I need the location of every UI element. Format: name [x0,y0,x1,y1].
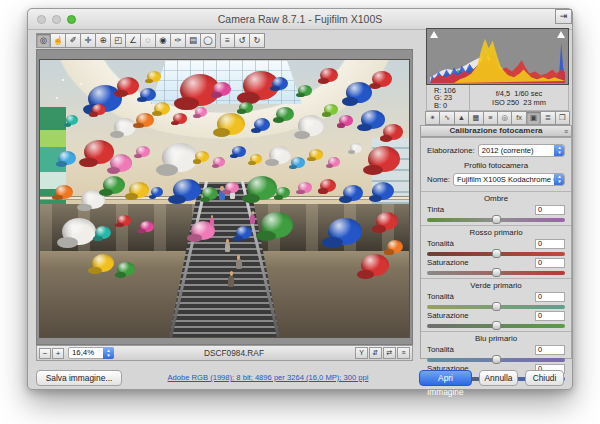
stepper-icon: ▲▼ [554,144,565,157]
balloon-snail [361,254,389,276]
slider-track[interactable] [427,358,565,362]
b-value: 0 [443,101,447,110]
balloon-snail [92,104,106,115]
slider-track[interactable] [427,305,565,309]
balloon-snail [195,151,209,162]
window-title: Camera Raw 8.7.1 - Fujifilm X100S [28,13,572,25]
spot-removal-tool-icon[interactable]: ◌ [141,33,156,48]
tab-detail[interactable]: ▲ [455,111,469,125]
slider-track[interactable] [427,218,565,222]
rotate-left-tool-icon[interactable]: ↺ [235,33,250,48]
balloon-snail [195,107,207,117]
hand-tool-icon[interactable]: ☝ [51,33,66,48]
slider-handle[interactable] [492,215,501,224]
calibration-groups: OmbreTinta0Rosso primarioTonalità0Satura… [427,188,565,382]
balloon-snail [272,77,288,90]
slider-value-input[interactable]: 0 [535,311,565,321]
tab-basic[interactable]: ✴ [425,111,440,125]
balloon-snail [173,113,187,124]
slider-track[interactable] [427,271,565,275]
slider-label: Saturazione [427,258,469,267]
targeted-adjustment-tool-icon[interactable]: ⊕ [96,33,111,48]
stepper-icon: ▲▼ [554,173,565,186]
save-image-button[interactable]: Salva immagine... [36,370,122,386]
title-bar[interactable]: Camera Raw 8.7.1 - Fujifilm X100S [28,9,572,30]
preview-preferences-icon[interactable]: ≡ [397,347,410,359]
aperture-value: f/4,5 [496,89,510,98]
cancel-button[interactable]: Annulla [479,370,518,386]
slider-label: Tonalità [427,345,454,354]
swap-settings-icon[interactable]: ⇵ [369,347,382,359]
photo-preview[interactable] [40,60,409,337]
balloon-snail [95,226,111,239]
slider-handle[interactable] [492,249,501,258]
slider-handle[interactable] [492,268,501,277]
divider [421,225,571,226]
balloon-snail [276,107,294,121]
stepper-icon: ▲▼ [103,347,114,359]
balloon-snail [117,77,139,95]
radial-filter-tool-icon[interactable]: ◯ [201,33,216,48]
color-sampler-tool-icon[interactable]: ✛ [81,33,96,48]
balloon-snail [328,157,340,167]
group-title: Rosso primario [427,228,565,237]
balloon-snail [136,146,150,157]
group-title: Blu primario [427,334,565,343]
tab-hsl-grayscale[interactable]: ▦ [469,111,483,125]
preview-mode-icon[interactable]: Y [355,347,368,359]
red-eye-tool-icon[interactable]: ◉ [156,33,171,48]
camera-profile-dropdown[interactable]: Fujifilm X100S Kodachrome 64 AS ▲▼ [453,173,565,186]
balloon-snail [236,226,252,239]
zoom-tool-icon[interactable]: ◎ [36,33,51,48]
balloon-snail [239,102,253,113]
copy-settings-icon[interactable]: ⇄ [383,347,396,359]
workflow-options-link[interactable]: Adobe RGB (1998); 8 bit; 4896 per 3264 (… [128,373,408,382]
balloon-snail [387,240,403,253]
tab-split-toning[interactable]: ≡ [484,111,498,125]
tab-presets[interactable]: ≣ [541,111,555,125]
slider-track[interactable] [427,252,565,256]
balloon-snail [328,218,362,245]
slider-track[interactable] [427,324,565,328]
tab-lens-corrections[interactable]: ◎ [498,111,512,125]
tab-tone-curve[interactable]: ∿ [440,111,454,125]
balloon-snail [276,187,290,198]
process-version-dropdown[interactable]: 2012 (corrente) ▲▼ [478,144,565,157]
toolbar-tools: ◎☝✐✛⊕◰∠◌◉✑▤◯≡↺↻ [36,33,413,48]
open-image-button[interactable]: Apri immagine [419,370,472,386]
zoom-out-button[interactable]: − [39,348,51,359]
rgb-readout: R: 106 G: 23 B: 0 [427,85,469,110]
white-balance-tool-icon[interactable]: ✐ [66,33,81,48]
tab-effects[interactable]: fx [512,111,526,125]
tab-snapshots[interactable]: ❐ [556,111,570,125]
slider-handle[interactable] [492,355,501,364]
adjustment-brush-tool-icon[interactable]: ✑ [171,33,186,48]
slider-value-input[interactable]: 0 [535,292,565,302]
preferences-tool-icon[interactable]: ≡ [220,33,235,48]
slider-row: Tonalità0 [427,238,565,249]
panel-menu-icon[interactable]: ≡ [564,127,568,137]
slider-handle[interactable] [492,321,501,330]
focal-value: 23 mm [523,98,546,107]
balloon-snail [66,115,78,125]
tab-camera-calibration[interactable]: ▣ [527,111,541,125]
graduated-filter-tool-icon[interactable]: ▤ [186,33,201,48]
camera-raw-dialog: Camera Raw 8.7.1 - Fujifilm X100S ◎☝✐✛⊕◰… [27,8,573,390]
done-button[interactable]: Chiudi [525,370,564,386]
slider-handle[interactable] [492,302,501,311]
slider-value-input[interactable]: 0 [535,239,565,249]
balloon-snail [140,88,156,101]
zoom-in-button[interactable]: + [52,348,64,359]
slider-value-input[interactable]: 0 [535,205,565,215]
balloon-snail [372,182,394,200]
crop-tool-icon[interactable]: ◰ [111,33,126,48]
process-label: Elaborazione: [427,146,475,155]
straighten-tool-icon[interactable]: ∠ [126,33,141,48]
slider-value-input[interactable]: 0 [535,258,565,268]
zoom-level-select[interactable]: 16,4% ▲▼ [68,347,114,359]
balloon-snail [291,157,305,168]
balloon-snail [261,212,293,238]
fullscreen-toggle-icon[interactable]: ⇥ [555,9,572,24]
rotate-right-tool-icon[interactable]: ↻ [250,33,265,48]
slider-value-input[interactable]: 0 [535,345,565,355]
